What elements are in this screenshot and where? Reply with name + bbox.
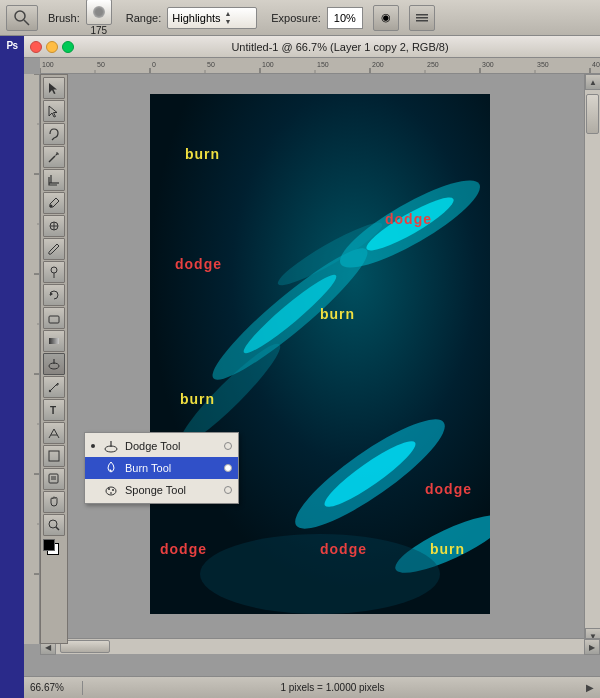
ruler-top: 100 50 0 50 100 150 200 250 300 350 bbox=[40, 58, 600, 74]
healing-brush-tool[interactable] bbox=[43, 215, 65, 237]
image-canvas: burn dodge dodge burn burn dodge dodge d… bbox=[150, 94, 490, 614]
dodge-tool-icon bbox=[103, 438, 119, 454]
path-selection-tool[interactable] bbox=[43, 422, 65, 444]
svg-text:400: 400 bbox=[592, 61, 600, 68]
brush-size-value: 175 bbox=[90, 25, 107, 36]
minimize-button[interactable] bbox=[46, 41, 58, 53]
text-tool[interactable]: T bbox=[43, 399, 65, 421]
flyout-sponge-tool[interactable]: Sponge Tool bbox=[85, 479, 238, 501]
flyout-menu: Dodge Tool Burn Tool bbox=[84, 432, 239, 504]
svg-point-24 bbox=[49, 390, 51, 392]
svg-text:dodge: dodge bbox=[175, 256, 222, 272]
svg-text:dodge: dodge bbox=[320, 541, 367, 557]
brush-tool[interactable] bbox=[43, 238, 65, 260]
svg-text:burn: burn bbox=[180, 391, 215, 407]
canvas-area[interactable]: burn dodge dodge burn burn dodge dodge d… bbox=[40, 74, 600, 644]
window-title: Untitled-1 @ 66.7% (Layer 1 copy 2, RGB/… bbox=[86, 41, 594, 53]
svg-text:100: 100 bbox=[262, 61, 274, 68]
scrollbar-thumb-right[interactable] bbox=[586, 94, 599, 134]
eyedropper-tool[interactable] bbox=[43, 192, 65, 214]
svg-point-91 bbox=[112, 489, 114, 491]
zoom-tool[interactable] bbox=[43, 514, 65, 536]
svg-text:150: 150 bbox=[317, 61, 329, 68]
selection-tool[interactable] bbox=[43, 77, 65, 99]
sponge-tool-icon bbox=[103, 482, 119, 498]
brush-label: Brush: bbox=[48, 12, 80, 24]
svg-marker-6 bbox=[49, 106, 57, 117]
direct-selection-tool[interactable] bbox=[43, 100, 65, 122]
svg-point-17 bbox=[51, 267, 57, 273]
svg-rect-3 bbox=[416, 17, 428, 19]
svg-text:350: 350 bbox=[537, 61, 549, 68]
extra-option-button[interactable] bbox=[409, 5, 435, 31]
svg-marker-19 bbox=[50, 292, 53, 296]
burn-selector-dot bbox=[91, 466, 95, 470]
svg-point-31 bbox=[49, 520, 57, 528]
svg-text:dodge: dodge bbox=[425, 481, 472, 497]
ps-titlebar: Untitled-1 @ 66.7% (Layer 1 copy 2, RGB/… bbox=[24, 36, 600, 58]
svg-marker-5 bbox=[49, 83, 57, 94]
shape-tool[interactable] bbox=[43, 445, 65, 467]
dodge-burn-tool[interactable] bbox=[43, 353, 65, 375]
svg-text:dodge: dodge bbox=[160, 541, 207, 557]
dodge-tool-label: Dodge Tool bbox=[125, 440, 180, 452]
tool-select-button[interactable] bbox=[6, 5, 38, 31]
svg-point-90 bbox=[108, 488, 110, 490]
crop-tool[interactable] bbox=[43, 169, 65, 191]
clone-stamp-tool[interactable] bbox=[43, 261, 65, 283]
svg-text:burn: burn bbox=[430, 541, 465, 557]
notes-tool[interactable] bbox=[43, 468, 65, 490]
svg-point-0 bbox=[15, 11, 25, 21]
svg-text:T: T bbox=[50, 405, 56, 416]
status-arrow-button[interactable]: ▶ bbox=[586, 682, 594, 693]
dodge-tool-dot bbox=[224, 442, 232, 450]
hand-tool[interactable] bbox=[43, 491, 65, 513]
svg-text:burn: burn bbox=[185, 146, 220, 162]
exposure-input[interactable] bbox=[327, 7, 363, 29]
svg-line-1 bbox=[24, 20, 29, 25]
maximize-button[interactable] bbox=[62, 41, 74, 53]
ruler-left bbox=[24, 74, 40, 644]
svg-point-13 bbox=[50, 205, 53, 208]
airbrush-button[interactable]: ◉ bbox=[373, 5, 399, 31]
close-button[interactable] bbox=[30, 41, 42, 53]
burn-tool-label: Burn Tool bbox=[125, 462, 171, 474]
exposure-label: Exposure: bbox=[271, 12, 321, 24]
svg-text:dodge: dodge bbox=[385, 211, 432, 227]
svg-text:0: 0 bbox=[152, 61, 156, 68]
flyout-burn-tool[interactable]: Burn Tool bbox=[85, 457, 238, 479]
burn-tool-dot bbox=[224, 464, 232, 472]
svg-rect-21 bbox=[49, 338, 59, 344]
gradient-tool[interactable] bbox=[43, 330, 65, 352]
svg-text:100: 100 bbox=[42, 61, 54, 68]
status-bar: 66.67% 1 pixels = 1.0000 pixels ▶ bbox=[24, 676, 600, 698]
status-divider bbox=[82, 681, 83, 695]
scrollbar-bottom[interactable]: ◀ ▶ bbox=[40, 638, 600, 654]
svg-text:250: 250 bbox=[427, 61, 439, 68]
color-swatches[interactable] bbox=[43, 539, 65, 561]
svg-text:50: 50 bbox=[97, 61, 105, 68]
pen-tool[interactable] bbox=[43, 376, 65, 398]
magic-wand-tool[interactable] bbox=[43, 146, 65, 168]
scrollbar-right[interactable]: ▲ ▼ bbox=[584, 74, 600, 644]
lasso-tool[interactable] bbox=[43, 123, 65, 145]
svg-rect-4 bbox=[416, 20, 428, 22]
range-dropdown[interactable]: Highlights ▲ ▼ bbox=[167, 7, 257, 29]
svg-line-32 bbox=[56, 527, 59, 530]
svg-text:200: 200 bbox=[372, 61, 384, 68]
brush-preview[interactable] bbox=[86, 0, 112, 25]
scroll-up-button[interactable]: ▲ bbox=[585, 74, 600, 90]
ps-logo: Ps bbox=[6, 40, 17, 51]
flyout-dodge-tool[interactable]: Dodge Tool bbox=[85, 435, 238, 457]
sponge-selector-dot bbox=[91, 488, 95, 492]
svg-point-92 bbox=[110, 492, 112, 494]
svg-text:300: 300 bbox=[482, 61, 494, 68]
ps-sidebar: Ps bbox=[0, 36, 24, 698]
ps-main-area: T bbox=[24, 58, 600, 676]
eraser-tool[interactable] bbox=[43, 307, 65, 329]
toolbar: Brush: 175 Range: Highlights ▲ ▼ Exposur… bbox=[0, 0, 600, 36]
scroll-right-button[interactable]: ▶ bbox=[584, 639, 600, 655]
photoshop-window: Ps Untitled-1 @ 66.7% (Layer 1 copy 2, R… bbox=[0, 36, 600, 698]
history-brush-tool[interactable] bbox=[43, 284, 65, 306]
tools-panel: T bbox=[40, 74, 68, 644]
